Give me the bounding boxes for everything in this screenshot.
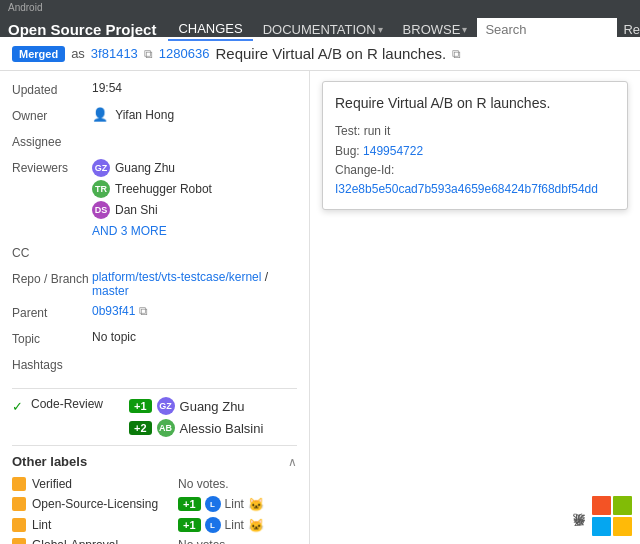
updated-value: 19:54 bbox=[92, 81, 297, 95]
and-more-link[interactable]: AND 3 MORE bbox=[92, 224, 297, 238]
list-item: DS Dan Shi bbox=[92, 201, 297, 219]
header-links: Repositories Sign bbox=[617, 22, 640, 37]
parent-value: 0b93f41 ⧉ bbox=[92, 304, 297, 318]
vote-reviewer[interactable]: Alessio Balsini bbox=[180, 421, 264, 436]
nav-documentation[interactable]: DOCUMENTATION▾ bbox=[253, 18, 393, 41]
vote-reviewer[interactable]: Guang Zhu bbox=[180, 399, 245, 414]
avatar: DS bbox=[92, 201, 110, 219]
vote-row: +1 GZ Guang Zhu bbox=[129, 397, 263, 415]
list-item: TR Treehugger Robot bbox=[92, 180, 297, 198]
updated-label: Updated bbox=[12, 81, 92, 97]
vote-row: +2 AB Alessio Balsini bbox=[129, 419, 263, 437]
label-status-icon bbox=[12, 538, 26, 544]
updated-row: Updated 19:54 bbox=[12, 81, 297, 101]
repo-branch-row: Repo / Branch platform/test/vts-testcase… bbox=[12, 270, 297, 298]
owner-row: Owner 👤 Yifan Hong bbox=[12, 107, 297, 127]
win-tile-blue bbox=[592, 517, 611, 536]
list-item: Global-Approval No votes. bbox=[12, 538, 297, 544]
avatar: L bbox=[205, 517, 221, 533]
label-value: +1 L Lint 🐱 bbox=[178, 496, 264, 512]
windows-logo bbox=[592, 496, 632, 536]
owner-name[interactable]: Yifan Hong bbox=[115, 108, 174, 122]
parent-label: Parent bbox=[12, 304, 92, 320]
avatar: GZ bbox=[92, 159, 110, 177]
main-nav: CHANGES DOCUMENTATION▾ BROWSE▾ bbox=[168, 18, 477, 41]
commit-popup: Require Virtual A/B on R launches. Test:… bbox=[322, 81, 628, 210]
repo-link[interactable]: platform/test/vts-testcase/kernel bbox=[92, 270, 261, 284]
owner-icon: 👤 bbox=[92, 107, 108, 122]
vote-badge: +1 bbox=[129, 399, 152, 413]
nav-browse[interactable]: BROWSE▾ bbox=[393, 18, 478, 41]
win-tile-red bbox=[592, 496, 611, 515]
search-input[interactable] bbox=[477, 18, 617, 42]
bug-label: Bug: bbox=[335, 144, 360, 158]
reviewer-name[interactable]: Treehugger Robot bbox=[115, 182, 212, 196]
other-labels-header: Other labels ∧ bbox=[12, 454, 297, 469]
avatar: TR bbox=[92, 180, 110, 198]
parent-link[interactable]: 0b93f41 bbox=[92, 304, 135, 318]
commit-bug-line: Bug: 149954722 bbox=[335, 142, 615, 161]
android-label: Android bbox=[0, 0, 640, 14]
nav-changes[interactable]: CHANGES bbox=[168, 18, 252, 41]
hashtags-row: Hashtags bbox=[12, 356, 297, 376]
label-name: Verified bbox=[32, 477, 172, 491]
reviewer-name[interactable]: Dan Shi bbox=[115, 203, 158, 217]
merged-badge: Merged bbox=[12, 46, 65, 62]
repo-branch-label: Repo / Branch bbox=[12, 270, 92, 286]
change-id-link[interactable]: I32e8b5e50cad7b593a4659e68424b7f68dbf54d… bbox=[335, 182, 598, 196]
hashtags-label: Hashtags bbox=[12, 356, 92, 372]
reviewer-name[interactable]: Guang Zhu bbox=[115, 161, 175, 175]
label-status-icon bbox=[12, 497, 26, 511]
topic-label: Topic bbox=[12, 330, 92, 346]
owner-value: 👤 Yifan Hong bbox=[92, 107, 297, 122]
label-value: No votes. bbox=[178, 477, 229, 491]
search-container bbox=[477, 18, 617, 42]
change-title: Require Virtual A/B on R launches. bbox=[215, 45, 446, 62]
label-status-icon bbox=[12, 477, 26, 491]
code-review-row: ✓ Code-Review +1 GZ Guang Zhu +2 AB Ales… bbox=[12, 397, 297, 437]
code-review-section: ✓ Code-Review +1 GZ Guang Zhu +2 AB Ales… bbox=[12, 388, 297, 437]
subheader: Merged as 3f81413 ⧉ 1280636 Require Virt… bbox=[0, 37, 640, 71]
project-name[interactable]: Open Source Project bbox=[8, 21, 156, 38]
repositories-link[interactable]: Repositories bbox=[617, 22, 640, 37]
win-tile-yellow bbox=[613, 517, 632, 536]
collapse-icon[interactable]: ∧ bbox=[288, 455, 297, 469]
copy-title-icon[interactable]: ⧉ bbox=[452, 47, 461, 61]
code-review-label: Code-Review bbox=[31, 397, 121, 411]
commit-popup-title: Require Virtual A/B on R launches. bbox=[335, 92, 615, 114]
label-status-icon bbox=[12, 518, 26, 532]
commit-test-line: Test: run it bbox=[335, 122, 615, 141]
cat-emoji-icon: 🐱 bbox=[248, 497, 264, 512]
change-num-link[interactable]: 1280636 bbox=[159, 46, 210, 61]
as-text: as bbox=[71, 46, 85, 61]
topic-row: Topic No topic bbox=[12, 330, 297, 350]
label-value: +1 L Lint 🐱 bbox=[178, 517, 264, 533]
cat-emoji-icon: 🐱 bbox=[248, 518, 264, 533]
repo-branch-value: platform/test/vts-testcase/kernel / mast… bbox=[92, 270, 297, 298]
vote-badge: +1 bbox=[178, 497, 201, 511]
assignee-row: Assignee bbox=[12, 133, 297, 153]
copy-parent-icon[interactable]: ⧉ bbox=[139, 304, 148, 318]
commit-id-link[interactable]: 3f81413 bbox=[91, 46, 138, 61]
avatar: AB bbox=[157, 419, 175, 437]
win-tile-green bbox=[613, 496, 632, 515]
bug-link[interactable]: 149954722 bbox=[363, 144, 423, 158]
copy-commit-icon[interactable]: ⧉ bbox=[144, 47, 153, 61]
main-content: Updated 19:54 Owner 👤 Yifan Hong Assigne… bbox=[0, 71, 640, 544]
list-item: GZ Guang Zhu bbox=[92, 159, 297, 177]
label-name: Global-Approval bbox=[32, 538, 172, 544]
commit-change-id-line: Change-Id: I32e8b5e50cad7b593a4659e68424… bbox=[335, 161, 615, 199]
reviewers-list: GZ Guang Zhu TR Treehugger Robot DS Dan … bbox=[92, 159, 297, 238]
other-labels-section: Other labels ∧ Verified No votes. Open-S… bbox=[12, 445, 297, 544]
vote-badge: +2 bbox=[129, 421, 152, 435]
cc-row: CC bbox=[12, 244, 297, 264]
label-name: Open-Source-Licensing bbox=[32, 497, 172, 511]
avatar: GZ bbox=[157, 397, 175, 415]
owner-label: Owner bbox=[12, 107, 92, 123]
parent-row: Parent 0b93f41 ⧉ bbox=[12, 304, 297, 324]
left-panel: Updated 19:54 Owner 👤 Yifan Hong Assigne… bbox=[0, 71, 310, 544]
cc-label: CC bbox=[12, 244, 92, 260]
reviewer-name: Lint bbox=[225, 518, 244, 532]
branch-link[interactable]: master bbox=[92, 284, 129, 298]
reviewers-row: Reviewers GZ Guang Zhu TR Treehugger Rob… bbox=[12, 159, 297, 238]
